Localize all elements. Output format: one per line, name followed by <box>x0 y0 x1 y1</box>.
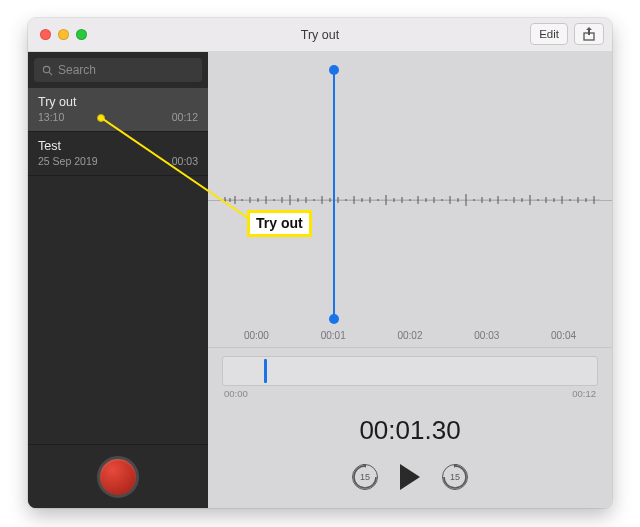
window-title: Try out <box>28 28 612 42</box>
record-button[interactable] <box>97 456 139 498</box>
current-time: 00:01.30 <box>208 401 612 456</box>
recording-date: 25 Sep 2019 <box>38 155 98 167</box>
tick-label: 00:00 <box>244 330 269 341</box>
edit-button[interactable]: Edit <box>530 23 568 45</box>
recordings-list: Try out 13:10 00:12 Test 25 Sep 2019 00:… <box>28 88 208 444</box>
waveform-mini[interactable] <box>222 356 598 386</box>
sidebar: Search Try out 13:10 00:12 Test 25 Sep 2… <box>28 52 208 508</box>
list-item[interactable]: Test 25 Sep 2019 00:03 <box>28 132 208 176</box>
recording-duration: 00:12 <box>172 111 198 123</box>
recording-date: 13:10 <box>38 111 64 123</box>
app-window: Try out Edit Search Try out <box>28 18 612 508</box>
main-panel: 00:00 00:01 00:02 00:03 00:04 00:00 00:1… <box>208 52 612 508</box>
mini-playhead[interactable] <box>264 359 267 383</box>
tick-label: 00:04 <box>551 330 576 341</box>
titlebar: Try out Edit <box>28 18 612 52</box>
rewind-15-button[interactable]: 15 <box>352 464 378 490</box>
record-area <box>28 444 208 508</box>
recording-name: Try out <box>38 95 198 109</box>
mini-end-label: 00:12 <box>572 388 596 399</box>
search-placeholder: Search <box>58 63 96 77</box>
playhead[interactable] <box>333 70 335 319</box>
recording-name: Test <box>38 139 198 153</box>
rewind-icon <box>352 464 378 490</box>
share-button[interactable] <box>574 23 604 45</box>
forward-15-button[interactable]: 15 <box>442 464 468 490</box>
forward-icon <box>442 464 468 490</box>
mini-start-label: 00:00 <box>224 388 248 399</box>
tick-label: 00:03 <box>474 330 499 341</box>
share-icon <box>583 27 595 41</box>
svg-point-1 <box>43 66 49 72</box>
play-button[interactable] <box>400 464 420 490</box>
recording-duration: 00:03 <box>172 155 198 167</box>
tick-label: 00:01 <box>321 330 346 341</box>
list-item[interactable]: Try out 13:10 00:12 <box>28 88 208 132</box>
search-input[interactable]: Search <box>34 58 202 82</box>
timeline-ticks: 00:00 00:01 00:02 00:03 00:04 <box>208 330 612 341</box>
playback-controls: 15 15 <box>208 456 612 508</box>
svg-line-2 <box>49 72 52 75</box>
tick-label: 00:02 <box>397 330 422 341</box>
waveform-graphic <box>220 188 600 212</box>
search-icon <box>42 65 53 76</box>
waveform-large[interactable]: 00:00 00:01 00:02 00:03 00:04 <box>208 52 612 348</box>
